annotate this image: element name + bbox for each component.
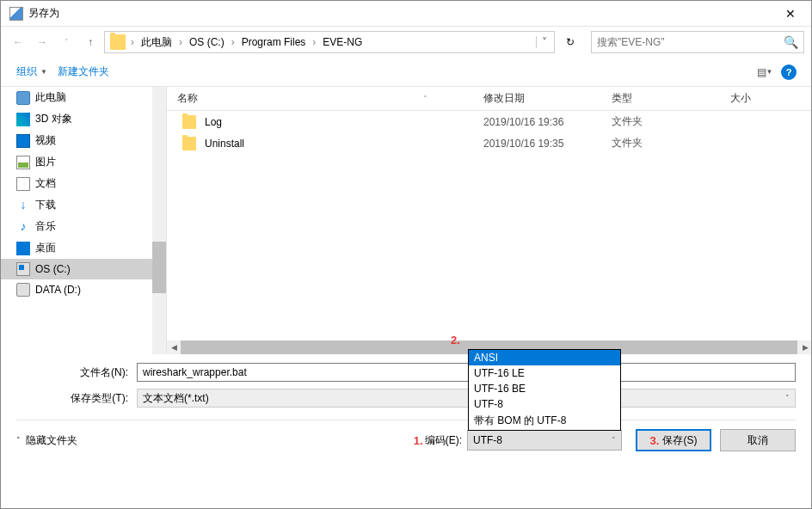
drive-icon <box>16 283 30 297</box>
new-folder-button[interactable]: 新建文件夹 <box>52 61 114 83</box>
save-label: 保存(S) <box>662 433 697 448</box>
nav-up-button[interactable]: ↑ <box>80 32 101 52</box>
file-name: Uninstall <box>205 138 244 150</box>
sidebar-item-label: DATA (D:) <box>35 284 81 296</box>
sidebar-item-label: OS (C:) <box>35 263 71 275</box>
sidebar-item-label: 此电脑 <box>35 90 66 105</box>
encoding-dropdown: ANSIUTF-16 LEUTF-16 BEUTF-8带有 BOM 的 UTF-… <box>468 349 621 431</box>
sort-indicator-icon: ˄ <box>423 95 428 103</box>
save-button[interactable]: 3. 保存(S) <box>636 429 711 451</box>
scroll-left-icon[interactable]: ◀ <box>167 340 181 354</box>
breadcrumb-item[interactable]: OS (C:) <box>184 32 230 52</box>
folder-icon <box>110 34 126 50</box>
encoding-option[interactable]: UTF-8 <box>469 396 620 412</box>
cancel-button[interactable]: 取消 <box>720 429 796 451</box>
chevron-right-icon: › <box>129 36 136 48</box>
hide-folders-label: 隐藏文件夹 <box>26 433 77 448</box>
breadcrumb-item[interactable]: EVE-NG <box>317 32 367 52</box>
sidebar-scroll-thumb[interactable] <box>152 242 166 293</box>
refresh-button[interactable]: ↻ <box>558 32 582 52</box>
sidebar: 此电脑3D 对象视频图片文档↓下载♪音乐桌面OS (C:)DATA (D:) <box>1 87 167 354</box>
sidebar-item[interactable]: 图片 <box>1 151 152 173</box>
column-type[interactable]: 类型 <box>601 91 720 106</box>
sidebar-item-label: 音乐 <box>35 219 56 234</box>
chevron-down-icon: ˅ <box>612 436 616 445</box>
img-icon <box>16 156 30 169</box>
chevron-right-icon: › <box>311 36 317 48</box>
breadcrumb-item[interactable]: Program Files <box>237 32 311 52</box>
filetype-combo[interactable]: 文本文档(*.txt) ˅ <box>137 389 796 408</box>
sidebar-item-label: 视频 <box>35 133 56 148</box>
search-box[interactable]: 🔍 <box>591 31 804 53</box>
file-row[interactable]: Log2019/10/16 19:36文件夹 <box>167 111 811 132</box>
sidebar-item-label: 桌面 <box>35 241 56 255</box>
desk-icon <box>16 242 30 255</box>
chevron-right-icon: › <box>230 36 237 48</box>
column-size[interactable]: 大小 <box>720 91 811 106</box>
sidebar-item[interactable]: 文档 <box>1 173 152 194</box>
window-title: 另存为 <box>28 6 773 21</box>
sidebar-item-label: 3D 对象 <box>35 112 72 126</box>
filetype-value: 文本文档(*.txt) <box>143 391 209 406</box>
chevron-up-icon: ˄ <box>16 436 21 445</box>
breadcrumb-dropdown[interactable]: ˅ <box>537 36 552 48</box>
sidebar-item[interactable]: ↓下载 <box>1 194 152 216</box>
encoding-label: 编码(E): <box>425 433 462 448</box>
scroll-right-icon[interactable]: ▶ <box>798 340 812 354</box>
filename-input[interactable] <box>137 363 796 382</box>
search-icon[interactable]: 🔍 <box>784 35 798 49</box>
app-icon <box>9 7 23 21</box>
win-icon <box>16 262 30 276</box>
organize-label: 组织 <box>16 64 37 79</box>
nav-recent-button: ˅ <box>56 32 77 52</box>
encoding-combo[interactable]: UTF-8 ˅ 2. ANSIUTF-16 LEUTF-16 BEUTF-8带有… <box>467 430 622 451</box>
search-input[interactable] <box>597 36 784 48</box>
file-type: 文件夹 <box>601 114 720 129</box>
encoding-option[interactable]: ANSI <box>469 350 620 365</box>
encoding-option[interactable]: UTF-16 LE <box>469 365 620 381</box>
folder-icon <box>182 115 196 129</box>
nav-back-button: ← <box>8 32 28 52</box>
video-icon <box>16 134 30 148</box>
sidebar-item-label: 下载 <box>35 198 56 212</box>
new-folder-label: 新建文件夹 <box>58 64 109 79</box>
chevron-down-icon: ▼ <box>40 68 47 76</box>
filetype-label: 保存类型(T): <box>16 391 137 406</box>
hide-folders-button[interactable]: ˄ 隐藏文件夹 <box>16 433 77 448</box>
close-button[interactable]: ✕ <box>773 1 808 27</box>
sidebar-item[interactable]: OS (C:) <box>1 259 152 279</box>
column-date[interactable]: 修改日期 <box>473 91 601 106</box>
sidebar-item[interactable]: 桌面 <box>1 237 152 259</box>
encoding-option[interactable]: 带有 BOM 的 UTF-8 <box>469 412 620 430</box>
annotation-1: 1. <box>414 434 423 447</box>
nav-forward-button: → <box>32 32 52 52</box>
organize-button[interactable]: 组织 ▼ <box>11 61 52 83</box>
file-date: 2019/10/16 19:35 <box>473 138 601 150</box>
sidebar-item-label: 图片 <box>35 155 56 169</box>
breadcrumb-item[interactable]: 此电脑 <box>136 32 177 52</box>
annotation-2: 2. <box>451 334 460 346</box>
chevron-down-icon: ˅ <box>785 394 790 402</box>
sidebar-item[interactable]: 视频 <box>1 130 152 151</box>
dl-icon: ↓ <box>16 199 30 212</box>
help-button[interactable]: ? <box>777 62 801 83</box>
file-row[interactable]: Uninstall2019/10/16 19:35文件夹 <box>167 132 811 154</box>
sidebar-item[interactable]: 此电脑 <box>1 87 152 108</box>
3d-icon <box>16 113 30 126</box>
sidebar-item-label: 文档 <box>35 176 56 191</box>
chevron-right-icon: › <box>177 36 184 48</box>
file-type: 文件夹 <box>601 136 720 150</box>
sidebar-item[interactable]: DATA (D:) <box>1 279 152 300</box>
encoding-value: UTF-8 <box>473 434 502 446</box>
sidebar-scrollbar[interactable] <box>152 87 166 354</box>
view-options-button[interactable]: ▤▼ <box>753 62 777 83</box>
breadcrumb[interactable]: › 此电脑 › OS (C:) › Program Files › EVE-NG… <box>104 31 555 53</box>
column-name[interactable]: 名称 ˄ <box>167 91 473 106</box>
help-icon: ? <box>781 64 797 80</box>
annotation-3: 3. <box>650 434 660 447</box>
encoding-option[interactable]: UTF-16 BE <box>469 381 620 396</box>
cancel-label: 取消 <box>747 433 768 448</box>
sidebar-item[interactable]: ♪音乐 <box>1 216 152 237</box>
filename-label: 文件名(N): <box>16 365 137 380</box>
sidebar-item[interactable]: 3D 对象 <box>1 108 152 130</box>
